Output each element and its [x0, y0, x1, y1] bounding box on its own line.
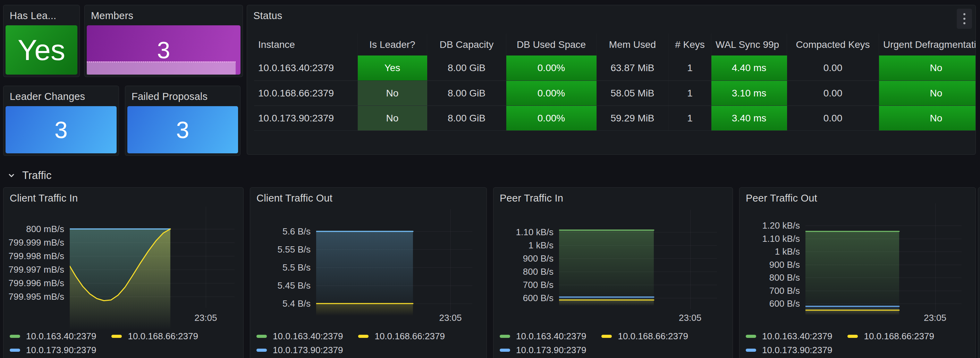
status-table-header: InstanceIs Leader?DB CapacityDB Used Spa…	[254, 33, 975, 56]
series-area-10.0.163.40:2379	[805, 231, 899, 315]
y-tick-label: 799.996 mB/s	[3, 277, 64, 289]
legend-item[interactable]: 10.0.163.40:2379	[746, 331, 832, 342]
panel-title-failed-proposals[interactable]: Failed Proposals	[132, 91, 207, 102]
x-tick-label: 23:05	[426, 313, 475, 323]
legend-item[interactable]: 10.0.163.40:2379	[256, 331, 343, 342]
chart-canvas	[805, 212, 962, 324]
cell-mem_used: 63.87 MiB	[597, 56, 669, 81]
legend-series-label: 10.0.168.66:2379	[618, 331, 688, 342]
y-tick-label: 799.999 mB/s	[3, 237, 64, 248]
cell-mem_used: 58.05 MiB	[597, 81, 669, 105]
legend-series-label: 10.0.173.90:2379	[273, 345, 343, 356]
cell-is_leader: No	[358, 81, 427, 105]
column-header-urgent_defrag[interactable]: Urgent Defragmentation	[879, 33, 976, 56]
cell-wal_sync: 3.10 ms	[711, 81, 787, 105]
legend-item[interactable]: 10.0.173.90:2379	[256, 345, 343, 356]
series-area-10.0.168.66:2379	[316, 304, 413, 316]
legend-item[interactable]: 10.0.168.66:2379	[111, 331, 198, 342]
legend-item[interactable]: 10.0.173.90:2379	[500, 345, 586, 356]
column-header-mem_used[interactable]: Mem Used	[597, 33, 669, 56]
legend-series-label: 10.0.168.66:2379	[864, 331, 934, 342]
legend-item[interactable]: 10.0.173.90:2379	[10, 345, 96, 356]
legend-series-label: 10.0.168.66:2379	[128, 331, 198, 342]
cell-db_capacity: 8.00 GiB	[427, 106, 506, 130]
y-tick-label: 800 mB/s	[3, 223, 64, 234]
legend-item[interactable]: 10.0.163.40:2379	[500, 331, 586, 342]
legend-series-swatch	[256, 348, 267, 352]
cell-db_capacity: 8.00 GiB	[427, 81, 506, 105]
panel-client-traffic-in: Client Traffic In 800 mB/s799.999 mB/s79…	[3, 187, 243, 358]
table-row: 10.0.168.66:2379No8.00 GiB0.00%58.05 MiB…	[254, 81, 975, 105]
y-tick-label: 600 B/s	[740, 298, 800, 309]
column-header-keys[interactable]: # Keys	[669, 33, 711, 56]
column-header-db_capacity[interactable]: DB Capacity	[427, 33, 506, 56]
legend-series-swatch	[111, 335, 122, 338]
leader-changes-value: 3	[6, 106, 116, 153]
peer-traffic-out-plot: 1.20 kB/s1.10 kB/s1 kB/s900 B/s800 B/s70…	[740, 188, 975, 358]
cell-urgent_defrag: No	[879, 81, 976, 105]
y-tick-label: 799.995 mB/s	[3, 291, 64, 302]
cell-is_leader: No	[358, 106, 427, 130]
members-value: 3	[157, 37, 170, 64]
panel-status: Status InstanceIs Leader?DB CapacityDB U…	[247, 5, 976, 155]
x-tick-label: 23:05	[181, 313, 230, 323]
legend-series-label: 10.0.173.90:2379	[26, 345, 96, 356]
panel-has-leader: Has Lea... Yes	[3, 5, 80, 77]
legend-series-label: 10.0.163.40:2379	[273, 331, 343, 342]
y-tick-label: 799.997 mB/s	[3, 264, 64, 275]
chart-legend: 10.0.163.40:237910.0.168.66:237910.0.173…	[256, 329, 460, 357]
column-header-is_leader[interactable]: Is Leader?	[358, 33, 427, 56]
column-header-wal_sync[interactable]: WAL Sync 99p	[711, 33, 787, 56]
legend-series-swatch	[358, 335, 369, 338]
legend-series-label: 10.0.168.66:2379	[374, 331, 445, 342]
panel-title-has-leader[interactable]: Has Lea...	[10, 10, 56, 22]
legend-series-swatch	[256, 335, 267, 338]
legend-item[interactable]: 10.0.168.66:2379	[358, 331, 445, 342]
y-tick-label: 5.4 B/s	[250, 298, 310, 309]
cell-db_used: 0.00%	[506, 81, 597, 105]
y-tick-label: 900 B/s	[493, 253, 554, 264]
chart-canvas	[316, 218, 472, 324]
cell-instance: 10.0.168.66:2379	[254, 81, 358, 105]
legend-item[interactable]: 10.0.163.40:2379	[10, 331, 96, 342]
legend-item[interactable]: 10.0.168.66:2379	[601, 331, 688, 342]
panel-title-members[interactable]: Members	[91, 10, 133, 22]
y-tick-label: 1 kB/s	[493, 240, 554, 251]
table-row: 10.0.173.90:2379No8.00 GiB0.00%59.29 MiB…	[254, 105, 975, 130]
cell-compacted: 0.00	[787, 106, 879, 130]
failed-proposals-value: 3	[127, 106, 238, 153]
column-header-db_used[interactable]: DB Used Space	[506, 33, 597, 56]
members-sparkline	[87, 61, 235, 75]
legend-item[interactable]: 10.0.168.66:2379	[848, 331, 934, 342]
y-tick-label: 799.998 mB/s	[3, 250, 64, 262]
y-tick-label: 700 B/s	[493, 279, 554, 290]
y-tick-label: 700 B/s	[740, 285, 800, 296]
column-header-instance[interactable]: Instance	[254, 33, 358, 56]
column-header-compacted[interactable]: Compacted Keys	[787, 33, 879, 56]
panel-peer-traffic-in: Peer Traffic In 1.10 kB/s1 kB/s900 B/s80…	[493, 187, 733, 358]
cell-is_leader: Yes	[358, 56, 427, 81]
y-tick-label: 5.5 B/s	[250, 262, 310, 273]
y-tick-label: 1.20 kB/s	[740, 220, 800, 231]
y-tick-label: 5.6 B/s	[250, 226, 310, 237]
panel-title-status[interactable]: Status	[253, 10, 282, 22]
cell-db_used: 0.00%	[506, 106, 597, 130]
legend-series-swatch	[10, 335, 20, 338]
x-tick-label: 23:05	[666, 313, 714, 323]
chart-legend: 10.0.163.40:237910.0.168.66:237910.0.173…	[500, 329, 703, 357]
panel-title-leader-changes[interactable]: Leader Changes	[10, 91, 85, 102]
kebab-menu-icon[interactable]	[957, 9, 972, 29]
legend-series-label: 10.0.173.90:2379	[516, 345, 586, 356]
legend-series-label: 10.0.163.40:2379	[516, 331, 586, 342]
client-traffic-out-plot: 5.6 B/s5.55 B/s5.5 B/s5.45 B/s5.4 B/s23:…	[250, 188, 487, 358]
legend-item[interactable]: 10.0.173.90:2379	[746, 345, 832, 356]
panel-peer-traffic-out: Peer Traffic Out 1.20 kB/s1.10 kB/s1 kB/…	[739, 187, 976, 358]
legend-series-swatch	[500, 348, 510, 352]
cell-compacted: 0.00	[787, 81, 879, 105]
chart-legend: 10.0.163.40:237910.0.168.66:237910.0.173…	[10, 329, 213, 357]
row-toggle-traffic[interactable]: Traffic	[7, 169, 51, 183]
row-section-label: Traffic	[22, 169, 51, 182]
cell-compacted: 0.00	[787, 56, 879, 81]
cell-urgent_defrag: No	[879, 106, 976, 130]
x-tick-label: 23:05	[911, 313, 959, 323]
